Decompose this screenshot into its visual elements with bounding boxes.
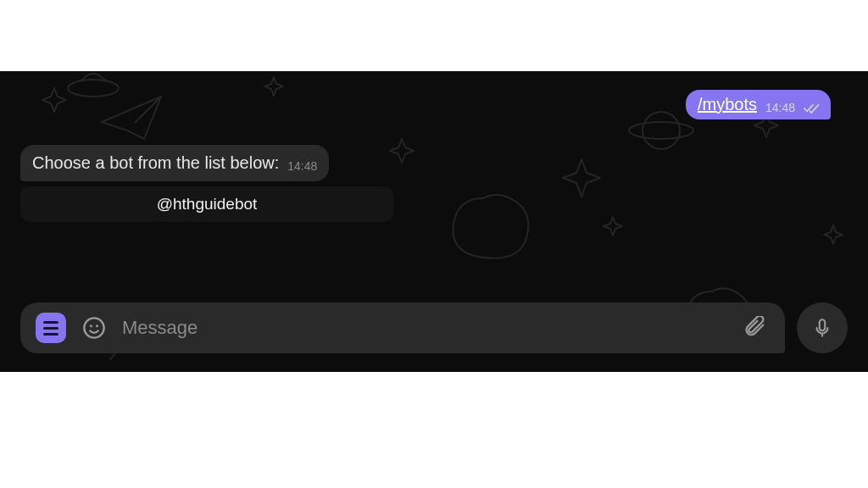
sent-message-text: /mybots [698,95,757,114]
double-check-icon [804,103,821,114]
sent-message-time: 14:48 [765,101,795,114]
attach-button[interactable] [741,313,770,342]
sticker-button[interactable] [80,313,108,342]
bot-menu-button[interactable] [36,313,66,343]
smile-icon [82,316,106,340]
received-message-group: Choose a bot from the list below: 14:48 … [20,145,393,222]
sent-message-bubble[interactable]: /mybots 14:48 [686,90,831,119]
inline-keyboard-button[interactable]: @hthguidebot [20,186,393,222]
composer-main [20,302,785,353]
received-message-bubble[interactable]: Choose a bot from the list below: 14:48 [20,145,329,181]
voice-message-button[interactable] [797,302,848,353]
received-message-text: Choose a bot from the list below: [32,153,279,173]
svg-point-4 [90,324,92,327]
received-message-time: 14:48 [287,159,317,173]
svg-point-5 [96,324,98,327]
hamburger-icon [43,321,58,336]
microphone-icon [811,317,833,339]
message-input[interactable] [122,317,727,339]
svg-point-3 [84,318,103,337]
composer [20,302,848,353]
inline-keyboard-button-label: @hthguidebot [157,195,258,214]
svg-rect-6 [820,319,826,330]
paperclip-icon [743,316,767,340]
chat-window: /mybots 14:48 Choose a bot from the list… [0,71,868,372]
inline-keyboard: @hthguidebot [20,186,393,222]
